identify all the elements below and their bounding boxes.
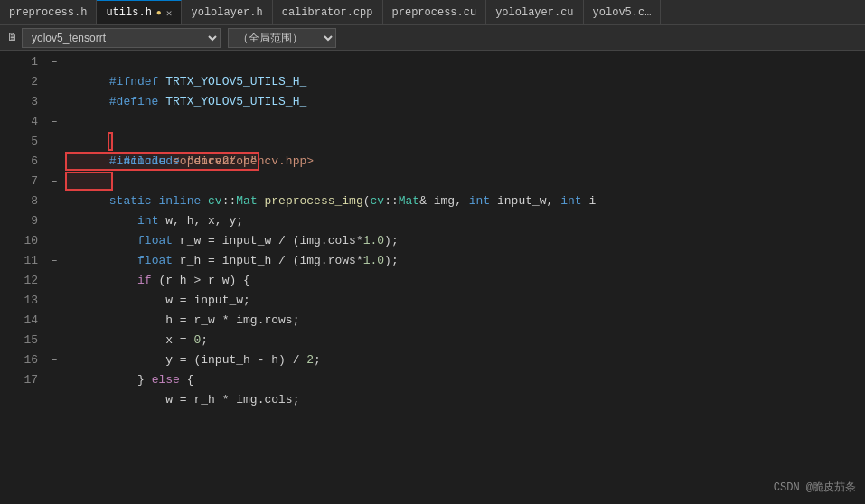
file-icon: 🗎 [7, 31, 18, 44]
tab-bar: preprocess.h utils.h ✕ yololayer.h calib… [0, 0, 865, 25]
type-mat2: Mat [399, 194, 419, 208]
tab-label: preprocess.h [9, 6, 87, 19]
line-num-3: 3 [0, 92, 38, 112]
line-num-7: 7 [0, 172, 38, 191]
pp-ifndef: #ifndef [109, 75, 159, 89]
file-dropdown[interactable]: yolov5_tensorrt [22, 28, 221, 48]
ns-cv2: cv [371, 194, 385, 208]
macro-2: TRTX_YOLOV5_UTILS_H_ [165, 95, 306, 108]
code-line-7: static inline cv::Mat preprocess_img(cv:… [63, 172, 865, 191]
kw-static: static [109, 194, 152, 208]
code-line-1: #ifndef TRTX_YOLOV5_UTILS_H_ [63, 52, 865, 72]
fold-5 [45, 132, 63, 152]
fold-13 [45, 291, 63, 311]
line-num-2: 2 [0, 72, 38, 92]
tab-label: preprocess.cu [392, 6, 477, 19]
toolbar: 🗎 yolov5_tensorrt （全局范围） [0, 25, 865, 51]
num-1-0b: 1.0 [363, 254, 384, 267]
fold-11[interactable]: − [45, 251, 63, 271]
fold-gutter: − − − − − [45, 51, 63, 504]
kw-int-7b: int [560, 194, 581, 208]
fold-15 [45, 331, 63, 350]
line-num-6: 6 [0, 152, 38, 172]
kw-int-7a: int [469, 194, 490, 208]
pp-define: #define [109, 95, 159, 108]
toolbar-left: 🗎 yolov5_tensorrt [7, 28, 221, 48]
code-line-4: #include "dirent.h" [63, 112, 865, 132]
code-area: #ifndef TRTX_YOLOV5_UTILS_H_ #define TRT… [63, 51, 865, 504]
line-numbers: 1 2 3 4 5 6 7 8 9 10 11 12 13 14 15 16 1… [0, 51, 45, 504]
kw-if: if [137, 274, 152, 287]
fold-14 [45, 311, 63, 331]
tab-label: utils.h [106, 6, 151, 19]
watermark: CSDN @脆皮茄条 [774, 480, 856, 495]
fold-16[interactable]: − [45, 350, 63, 370]
kw-float-10: float [137, 254, 173, 267]
scope-dropdown[interactable]: （全局范围） [228, 28, 336, 48]
tab-preprocess-cu[interactable]: preprocess.cu [383, 0, 487, 24]
fold-10 [45, 231, 63, 251]
fold-6 [45, 152, 63, 172]
pp-include-2: #include [109, 154, 165, 168]
fold-3 [45, 92, 63, 112]
ns-cv: cv [208, 194, 222, 208]
fold-7[interactable]: − [45, 172, 63, 191]
code-line-5: #include <opencv2/opencv.hpp> [63, 132, 865, 152]
tab-yololayer-cu[interactable]: yololayer.cu [486, 0, 583, 24]
tab-yololayer-h[interactable]: yololayer.h [182, 0, 272, 24]
kw-inline: inline [158, 194, 201, 208]
line-num-1: 1 [0, 52, 38, 72]
tab-yolov5[interactable]: yolov5.c… [584, 0, 662, 24]
line-num-8: 8 [0, 191, 38, 211]
kw-int-8: int [137, 214, 158, 228]
type-mat: Mat [236, 194, 257, 208]
fold-9 [45, 211, 63, 231]
fold-12 [45, 271, 63, 291]
line-num-5: 5 [0, 132, 38, 152]
angle-include-2: <opencv2/opencv.hpp> [173, 154, 314, 168]
line-num-10: 10 [0, 231, 38, 251]
line-num-17: 17 [0, 370, 38, 390]
tab-label: calibrator.cpp [282, 6, 373, 19]
tab-label: yolov5.c… [593, 6, 652, 19]
num-2: 2 [306, 353, 314, 367]
kw-float-9: float [137, 234, 173, 247]
fold-4[interactable]: − [45, 112, 63, 132]
fold-1[interactable]: − [45, 52, 63, 72]
line-num-12: 12 [0, 271, 38, 291]
line-num-15: 15 [0, 331, 38, 350]
line-num-16: 16 [0, 350, 38, 370]
line-num-13: 13 [0, 291, 38, 311]
line-num-11: 11 [0, 251, 38, 271]
tab-label: yololayer.cu [495, 6, 573, 19]
fold-2 [45, 72, 63, 92]
tab-utils-h[interactable]: utils.h ✕ [97, 0, 182, 24]
editor: 1 2 3 4 5 6 7 8 9 10 11 12 13 14 15 16 1… [0, 51, 865, 504]
line-num-4: 4 [0, 112, 38, 132]
fn-preprocess: preprocess_img [265, 194, 363, 208]
tab-preprocess-h[interactable]: preprocess.h [0, 0, 97, 24]
tab-modified-dot [156, 8, 162, 18]
kw-else: else [152, 373, 180, 387]
close-icon[interactable]: ✕ [166, 7, 173, 19]
macro-1: TRTX_YOLOV5_UTILS_H_ [165, 75, 306, 89]
fold-8 [45, 191, 63, 211]
fold-17 [45, 370, 63, 390]
tab-label: yololayer.h [191, 6, 262, 19]
line-num-14: 14 [0, 311, 38, 331]
num-1-0: 1.0 [363, 234, 384, 247]
line-num-9: 9 [0, 211, 38, 231]
tab-calibrator-cpp[interactable]: calibrator.cpp [273, 0, 383, 24]
